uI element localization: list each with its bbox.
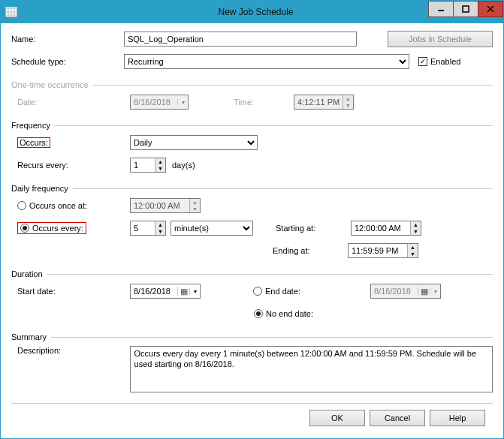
start-date-label: Start date:	[17, 287, 130, 296]
starting-at-time[interactable]: ▲▼	[351, 221, 421, 236]
group-summary: Summary	[11, 332, 493, 341]
occurs-every-unit-select[interactable]: minute(s)	[171, 221, 253, 236]
dialog-window: New Job Schedule Name: Jobs in Schedule …	[0, 0, 504, 439]
occurs-once-radio[interactable]	[17, 201, 26, 210]
cancel-button[interactable]: Cancel	[370, 410, 425, 426]
group-frequency: Frequency	[11, 121, 493, 130]
dialog-footer: OK Cancel Help	[11, 405, 493, 434]
start-date-field[interactable]: 8/16/2018▦▾	[130, 284, 201, 299]
description-text[interactable]	[130, 346, 493, 392]
spin-up-icon: ▲	[343, 95, 353, 102]
recurs-every-label: Recurs every:	[17, 161, 130, 170]
maximize-button[interactable]	[453, 1, 478, 17]
name-input[interactable]	[124, 32, 357, 47]
ok-button[interactable]: OK	[309, 410, 365, 426]
help-button[interactable]: Help	[430, 410, 485, 426]
ending-at-time[interactable]: ▲▼	[348, 243, 418, 258]
group-daily-frequency: Daily frequency	[11, 184, 493, 193]
end-date-field: 8/16/2018▦▾	[370, 284, 441, 299]
occurs-every-spinner[interactable]: ▲▼	[130, 221, 166, 236]
titlebar[interactable]: New Job Schedule	[1, 1, 503, 23]
ending-at-label: Ending at:	[273, 246, 348, 255]
jobs-in-schedule-button[interactable]: Jobs in Schedule	[388, 31, 493, 47]
onetime-time-field: ▲▼	[294, 95, 354, 110]
recurs-every-unit: day(s)	[172, 161, 195, 170]
schedule-type-label: Schedule type:	[11, 57, 124, 66]
window-controls	[429, 1, 503, 17]
enabled-label: Enabled	[430, 57, 460, 66]
svg-rect-1	[5, 7, 17, 9]
minimize-button[interactable]	[428, 1, 454, 17]
no-end-date-radio[interactable]	[254, 309, 263, 318]
schedule-type-select[interactable]: Recurring	[124, 54, 409, 69]
occurs-select[interactable]: Daily	[130, 135, 258, 150]
occurs-every-label: Occurs every:	[32, 224, 83, 233]
onetime-time-label: Time:	[234, 98, 294, 107]
end-date-radio[interactable]	[253, 287, 262, 296]
recurs-every-spinner[interactable]: ▲▼	[130, 158, 166, 173]
starting-at-label: Starting at:	[276, 224, 351, 233]
occurs-label: Occurs:	[17, 137, 50, 148]
svg-rect-8	[463, 6, 469, 12]
onetime-date-label: Date:	[17, 98, 130, 107]
occurs-every-radio[interactable]	[20, 224, 29, 233]
close-button[interactable]	[478, 1, 503, 17]
calendar-icon: ▦	[177, 287, 189, 296]
description-label: Description:	[17, 346, 130, 355]
window-title: New Job Schedule	[23, 7, 488, 17]
name-label: Name:	[11, 35, 124, 44]
no-end-date-label: No end date:	[266, 309, 313, 318]
enabled-checkbox[interactable]: ✓	[418, 57, 427, 66]
occurs-label-wrap: Occurs:	[17, 138, 130, 147]
end-date-label: End date:	[265, 287, 340, 296]
occurs-once-time: ▲▼	[130, 198, 201, 213]
group-onetime: One-time occurrence	[11, 80, 493, 89]
app-icon	[5, 7, 17, 17]
occurs-once-label: Occurs once at:	[29, 201, 87, 210]
group-duration: Duration	[11, 269, 493, 278]
dialog-body: Name: Jobs in Schedule Schedule type: Re…	[1, 23, 503, 438]
onetime-date-field: 8/16/2018▾	[130, 95, 189, 110]
spin-down-icon: ▼	[343, 102, 353, 109]
